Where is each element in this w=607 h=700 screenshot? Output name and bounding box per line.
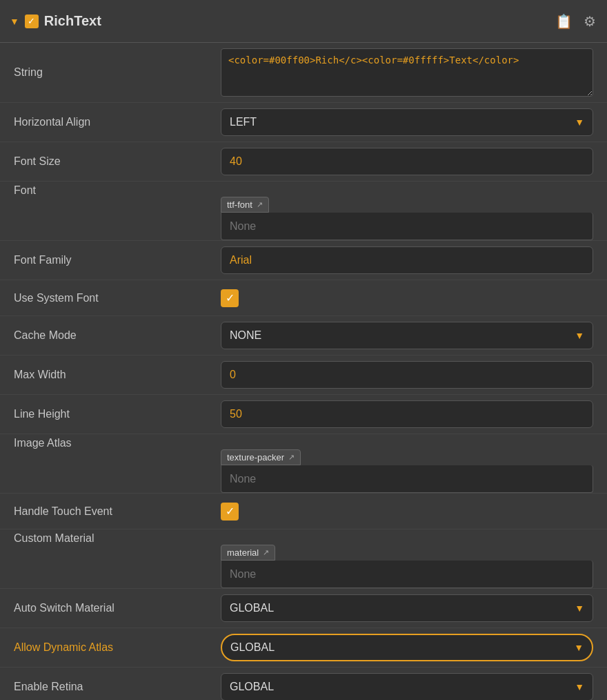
font-size-row: Font Size bbox=[0, 142, 607, 182]
image-atlas-bottom: texture-packer ↗ bbox=[14, 449, 593, 493]
font-control: ttf-font ↗ bbox=[221, 197, 593, 240]
header-left: ▼ ✓ RichText bbox=[10, 13, 554, 29]
use-system-font-checkbox[interactable]: ✓ bbox=[221, 289, 239, 307]
line-height-control bbox=[221, 400, 593, 428]
cache-mode-arrow-icon: ▼ bbox=[575, 330, 584, 341]
auto-switch-material-dropdown[interactable]: GLOBAL ▼ bbox=[221, 594, 593, 622]
auto-switch-material-value: GLOBAL bbox=[230, 602, 274, 614]
image-atlas-input[interactable] bbox=[221, 465, 593, 493]
header-actions: 📋 ⚙ bbox=[554, 12, 597, 31]
image-atlas-tag[interactable]: texture-packer ↗ bbox=[221, 449, 301, 465]
string-label: String bbox=[14, 66, 221, 79]
allow-dynamic-atlas-row: Allow Dynamic Atlas GLOBAL ▼ bbox=[0, 628, 607, 668]
font-size-label: Font Size bbox=[14, 155, 221, 168]
enable-retina-row: Enable Retina GLOBAL ▼ bbox=[0, 668, 607, 700]
image-atlas-tag-label: texture-packer bbox=[227, 452, 284, 463]
enable-retina-control: GLOBAL ▼ bbox=[221, 673, 593, 700]
auto-switch-material-arrow-icon: ▼ bbox=[575, 603, 584, 614]
rich-text-panel: ▼ ✓ RichText 📋 ⚙ String Horizontal Align… bbox=[0, 0, 607, 700]
custom-material-tag-link-icon: ↗ bbox=[263, 548, 269, 557]
font-tag-link-icon: ↗ bbox=[257, 200, 263, 209]
custom-material-bottom: material ↗ bbox=[14, 545, 593, 588]
font-family-label: Font Family bbox=[14, 254, 221, 266]
component-title: RichText bbox=[44, 13, 101, 29]
allow-dynamic-atlas-arrow-icon: ▼ bbox=[574, 642, 584, 653]
custom-material-tag[interactable]: material ↗ bbox=[221, 545, 275, 561]
line-height-row: Line Height bbox=[0, 395, 607, 434]
use-system-font-checkmark: ✓ bbox=[226, 291, 235, 304]
string-row: String bbox=[0, 43, 607, 103]
horizontal-align-control: LEFT ▼ bbox=[221, 108, 593, 136]
line-height-input[interactable] bbox=[221, 400, 593, 428]
handle-touch-event-checkmark: ✓ bbox=[226, 505, 235, 518]
horizontal-align-label: Horizontal Align bbox=[14, 116, 221, 128]
font-family-row: Font Family bbox=[0, 241, 607, 280]
line-height-label: Line Height bbox=[14, 408, 221, 420]
custom-material-tag-area: Custom Material bbox=[14, 529, 593, 545]
handle-touch-event-checkbox[interactable]: ✓ bbox=[221, 503, 239, 521]
allow-dynamic-atlas-control: GLOBAL ▼ bbox=[221, 634, 593, 661]
allow-dynamic-atlas-value: GLOBAL bbox=[230, 641, 275, 654]
horizontal-align-value: LEFT bbox=[230, 116, 257, 128]
font-family-input[interactable] bbox=[221, 246, 593, 274]
custom-material-row: Custom Material material ↗ bbox=[0, 529, 607, 589]
auto-switch-material-row: Auto Switch Material GLOBAL ▼ bbox=[0, 589, 607, 628]
panel-header: ▼ ✓ RichText 📋 ⚙ bbox=[0, 0, 607, 43]
cache-mode-value: NONE bbox=[230, 329, 261, 342]
font-family-control bbox=[221, 246, 593, 274]
component-enabled-checkbox[interactable]: ✓ bbox=[25, 14, 39, 28]
custom-material-input[interactable] bbox=[221, 561, 593, 588]
font-row: Font ttf-font ↗ bbox=[0, 182, 607, 241]
allow-dynamic-atlas-dropdown[interactable]: GLOBAL ▼ bbox=[221, 634, 593, 661]
font-input[interactable] bbox=[221, 213, 593, 240]
handle-touch-event-row: Handle Touch Event ✓ bbox=[0, 494, 607, 529]
font-size-input[interactable] bbox=[221, 148, 593, 175]
horizontal-align-dropdown[interactable]: LEFT ▼ bbox=[221, 108, 593, 136]
cache-mode-control: NONE ▼ bbox=[221, 322, 593, 349]
font-tag[interactable]: ttf-font ↗ bbox=[221, 197, 269, 213]
auto-switch-material-label: Auto Switch Material bbox=[14, 602, 221, 614]
image-atlas-control: texture-packer ↗ bbox=[221, 449, 593, 493]
font-bottom: ttf-font ↗ bbox=[14, 197, 593, 240]
allow-dynamic-atlas-label: Allow Dynamic Atlas bbox=[14, 641, 221, 654]
settings-button[interactable]: ⚙ bbox=[582, 12, 597, 31]
enable-retina-dropdown[interactable]: GLOBAL ▼ bbox=[221, 673, 593, 700]
enable-retina-arrow-icon: ▼ bbox=[575, 681, 584, 692]
max-width-row: Max Width bbox=[0, 356, 607, 395]
font-tag-area: Font bbox=[14, 182, 593, 197]
panel-content: String Horizontal Align LEFT ▼ Font Size bbox=[0, 43, 607, 700]
custom-material-tag-label: material bbox=[227, 547, 259, 558]
auto-switch-material-control: GLOBAL ▼ bbox=[221, 594, 593, 622]
use-system-font-control: ✓ bbox=[221, 289, 593, 307]
string-input[interactable] bbox=[221, 48, 593, 97]
cache-mode-row: Cache Mode NONE ▼ bbox=[0, 316, 607, 356]
image-atlas-tag-link-icon: ↗ bbox=[288, 453, 295, 462]
string-control bbox=[221, 48, 593, 97]
use-system-font-label: Use System Font bbox=[14, 292, 221, 304]
horizontal-align-row: Horizontal Align LEFT ▼ bbox=[0, 103, 607, 142]
custom-material-control: material ↗ bbox=[221, 545, 593, 588]
copy-button[interactable]: 📋 bbox=[554, 12, 574, 31]
cache-mode-dropdown[interactable]: NONE ▼ bbox=[221, 322, 593, 349]
dropdown-arrow-icon: ▼ bbox=[575, 117, 584, 128]
font-size-control bbox=[221, 148, 593, 175]
max-width-input[interactable] bbox=[221, 361, 593, 389]
custom-material-label: Custom Material bbox=[14, 532, 94, 544]
image-atlas-label: Image Atlas bbox=[14, 437, 72, 449]
handle-touch-event-label: Handle Touch Event bbox=[14, 505, 221, 518]
max-width-control bbox=[221, 361, 593, 389]
image-atlas-tag-area: Image Atlas bbox=[14, 434, 593, 449]
handle-touch-event-control: ✓ bbox=[221, 503, 593, 521]
font-tag-label: ttf-font bbox=[227, 200, 252, 210]
cache-mode-label: Cache Mode bbox=[14, 329, 221, 342]
font-label: Font bbox=[14, 184, 36, 196]
use-system-font-row: Use System Font ✓ bbox=[0, 280, 607, 316]
enable-retina-label: Enable Retina bbox=[14, 681, 221, 693]
collapse-icon[interactable]: ▼ bbox=[10, 16, 19, 27]
enable-retina-value: GLOBAL bbox=[230, 681, 274, 693]
image-atlas-row: Image Atlas texture-packer ↗ bbox=[0, 434, 607, 494]
max-width-label: Max Width bbox=[14, 369, 221, 381]
